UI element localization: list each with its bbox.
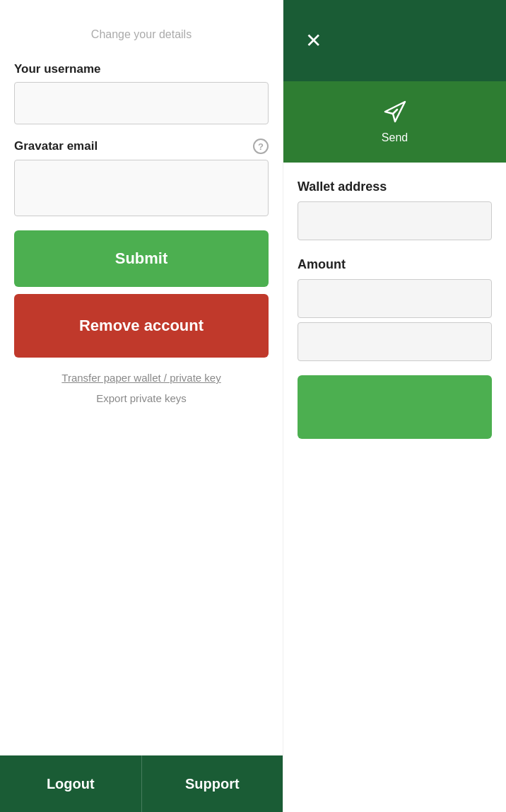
left-content: Change your details Your username Gravat…: [0, 0, 283, 812]
gravatar-label: Gravatar email: [14, 139, 98, 153]
close-button[interactable]: ✕: [298, 25, 329, 57]
wallet-address-input[interactable]: [298, 201, 492, 240]
right-panel: ✕ Send Wallet address Amount: [283, 0, 506, 812]
send-icon: [383, 100, 407, 129]
amount-sub-input[interactable]: [298, 322, 492, 361]
logout-button[interactable]: Logout: [0, 755, 142, 812]
bottom-bar: Logout Support: [0, 755, 283, 812]
right-top-bar: ✕: [283, 0, 506, 81]
gravatar-input[interactable]: [14, 160, 269, 216]
section-title: Change your details: [14, 28, 269, 41]
username-input[interactable]: [14, 82, 269, 124]
wallet-address-label: Wallet address: [298, 180, 492, 194]
transfer-link[interactable]: Transfer paper wallet / private key: [14, 372, 269, 384]
send-label: Send: [382, 131, 408, 144]
left-panel: Change your details Your username Gravat…: [0, 0, 283, 812]
send-action-button[interactable]: [298, 375, 492, 439]
send-tab[interactable]: Send: [283, 81, 506, 163]
help-icon[interactable]: ?: [253, 139, 269, 154]
export-link[interactable]: Export private keys: [14, 392, 269, 404]
submit-button[interactable]: Submit: [14, 230, 269, 287]
remove-account-button[interactable]: Remove account: [14, 294, 269, 358]
amount-input[interactable]: [298, 279, 492, 318]
username-label: Your username: [14, 62, 269, 76]
support-button[interactable]: Support: [142, 755, 283, 812]
amount-label: Amount: [298, 257, 492, 272]
right-content: Wallet address Amount: [283, 163, 506, 812]
gravatar-label-row: Gravatar email ?: [14, 139, 269, 154]
